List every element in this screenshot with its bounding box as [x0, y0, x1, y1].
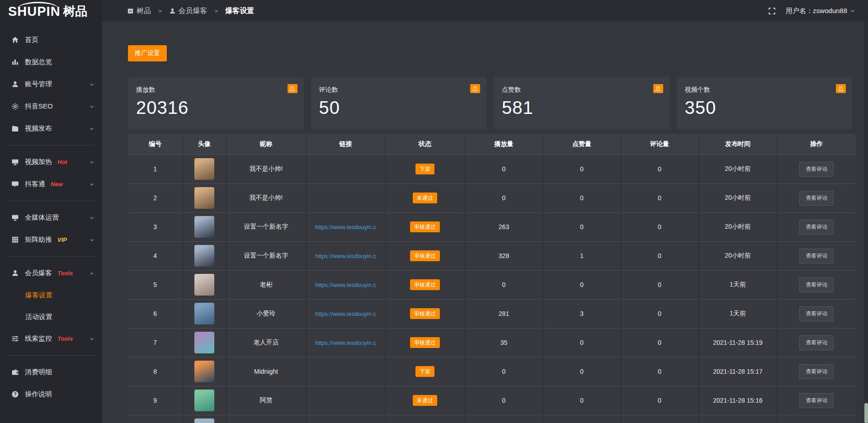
- cell-nickname: 设置一个新名字: [226, 241, 306, 270]
- cell-link: [306, 183, 385, 212]
- cell-avatar: [183, 415, 226, 423]
- sidebar-item-账号管理[interactable]: 账号管理: [0, 73, 102, 95]
- view-comments-button[interactable]: 查看评论: [799, 191, 834, 206]
- breadcrumb-separator: >: [215, 8, 218, 14]
- sidebar-item-视频加热[interactable]: 视频加热Hot: [0, 151, 102, 173]
- video-link[interactable]: https://www.iesdouyin.c: [307, 253, 385, 259]
- sidebar-divider: [6, 145, 95, 146]
- sidebar-item-数据总览[interactable]: 数据总览: [0, 51, 102, 73]
- records-table: 编号头像昵称链接状态播放量点赞量评论量发布时间操作 1我不是小帅!下架00020…: [128, 134, 856, 423]
- video-link[interactable]: https://www.iesdouyin.c: [307, 224, 385, 230]
- sidebar-subitem-爆客设置[interactable]: 爆客设置: [0, 284, 102, 306]
- table-row: [128, 415, 856, 423]
- sidebar-item-抖客通[interactable]: 抖客通New: [0, 173, 102, 195]
- status-badge[interactable]: 审核通过: [410, 250, 440, 261]
- sidebar-item-label: 抖客通: [25, 180, 45, 188]
- sidebar-item-label: 视频发布: [25, 124, 52, 133]
- status-badge[interactable]: 审核通过: [410, 279, 440, 290]
- scrollbar-thumb[interactable]: [864, 403, 868, 423]
- column-header-点赞量: 点赞量: [543, 134, 621, 155]
- cell-avatar: [183, 155, 226, 183]
- cell-likes: 0: [543, 270, 621, 299]
- cell-status: 下架: [385, 357, 465, 386]
- view-comments-button[interactable]: 查看评论: [799, 393, 834, 408]
- status-badge[interactable]: 未通过: [413, 193, 437, 203]
- sidebar-item-矩阵助推[interactable]: 矩阵助推VIP: [0, 229, 102, 251]
- status-badge[interactable]: 审核通过: [410, 221, 440, 232]
- question-icon: ?: [11, 390, 19, 398]
- view-comments-button[interactable]: 查看评论: [799, 306, 834, 321]
- user-icon: [169, 8, 176, 14]
- column-header-播放量: 播放量: [465, 134, 543, 155]
- breadcrumb-label: 会员爆客: [179, 6, 208, 16]
- sidebar-item-会员爆客[interactable]: 会员爆客Tools: [0, 262, 102, 284]
- view-comments-button[interactable]: 查看评论: [799, 277, 834, 292]
- chevron-down-icon: [89, 160, 94, 165]
- status-badge[interactable]: 下架: [415, 164, 434, 174]
- sidebar-item-视频发布[interactable]: 视频发布: [0, 118, 102, 140]
- bar-chart-icon: [11, 58, 19, 66]
- cell-status: 审核通过: [385, 299, 465, 328]
- sidebar-item-操作说明[interactable]: ?操作说明: [0, 383, 102, 405]
- sidebar-item-消费明细[interactable]: 消费明细: [0, 361, 102, 383]
- sidebar-divider: [6, 256, 95, 257]
- status-badge[interactable]: 未通过: [413, 395, 437, 406]
- cell-actions: [777, 415, 856, 423]
- sidebar-item-线索监控[interactable]: 线索监控Tools: [0, 328, 102, 350]
- chevron-up-icon: [89, 271, 94, 276]
- cell-publish-time: 2021-11-28 15:19: [698, 328, 777, 357]
- breadcrumb-item-会员爆客[interactable]: 会员爆客: [169, 6, 208, 16]
- sidebar: SHUPIN 树品 首页数据总览账号管理抖音SEO视频发布视频加热Hot抖客通N…: [0, 0, 102, 423]
- user-menu[interactable]: 用户名：zswodun88: [786, 7, 855, 15]
- cell-publish-time: 2021-11-28 15:17: [698, 357, 777, 386]
- sidebar-item-首页[interactable]: 首页: [0, 29, 102, 51]
- table-row: 9阿慧未通过0002021-11-28 15:16查看评论: [128, 386, 856, 415]
- cell-nickname: [226, 415, 306, 423]
- cell-plays: 35: [465, 328, 543, 357]
- avatar: [194, 216, 214, 238]
- stat-card-label: 评论数: [319, 86, 479, 94]
- sidebar-subitem-活动设置[interactable]: 活动设置: [0, 306, 102, 328]
- app-logo: SHUPIN 树品: [0, 0, 102, 23]
- page-scrollbar[interactable]: [864, 0, 868, 423]
- view-comments-button[interactable]: 查看评论: [799, 249, 834, 263]
- cell-plays: 281: [465, 299, 543, 328]
- view-comments-button[interactable]: 查看评论: [799, 220, 834, 235]
- promo-settings-button[interactable]: 推广设置: [128, 45, 167, 61]
- cell-plays: 328: [465, 241, 543, 270]
- cell-plays: [465, 415, 543, 423]
- video-publish-icon: [11, 125, 19, 132]
- sidebar-item-label: 矩阵助推: [25, 235, 52, 244]
- cell-link: [306, 415, 385, 423]
- table-row: 3设置一个新名字https://www.iesdouyin.c审核通过26300…: [128, 212, 856, 241]
- video-link[interactable]: https://www.iesdouyin.c: [307, 282, 385, 288]
- view-comments-button[interactable]: 查看评论: [799, 335, 834, 350]
- avatar: [194, 245, 214, 267]
- status-badge[interactable]: 审核通过: [410, 337, 440, 348]
- sidebar-item-抖音SEO[interactable]: 抖音SEO: [0, 95, 102, 118]
- status-badge[interactable]: 下架: [415, 366, 434, 377]
- table-row: 8Midnight下架0002021-11-28 15:17查看评论: [128, 357, 856, 386]
- view-comments-button[interactable]: 查看评论: [799, 162, 834, 177]
- fullscreen-icon[interactable]: [768, 7, 776, 15]
- cell-link: https://www.iesdouyin.c: [306, 212, 385, 241]
- video-link[interactable]: https://www.iesdouyin.c: [307, 310, 385, 317]
- cell-publish-time: 2021-11-28 15:16: [698, 386, 777, 415]
- chevron-down-icon: [89, 237, 94, 243]
- avatar: [194, 332, 214, 353]
- status-badge[interactable]: 审核通过: [410, 308, 440, 319]
- cell-avatar: [183, 357, 226, 386]
- view-comments-button[interactable]: 查看评论: [799, 364, 834, 379]
- cell-comments: 0: [621, 183, 698, 212]
- breadcrumb-item-树品[interactable]: 树品: [127, 6, 151, 16]
- video-link[interactable]: https://www.iesdouyin.c: [307, 339, 385, 346]
- sidebar-item-label: 消费明细: [25, 368, 52, 376]
- cell-id: 3: [128, 212, 183, 241]
- cell-actions: 查看评论: [777, 386, 856, 415]
- breadcrumb-item-爆客设置[interactable]: 爆客设置: [225, 6, 254, 16]
- stat-card-value: 350: [685, 98, 844, 118]
- cell-nickname: Midnight: [226, 357, 306, 386]
- main-content: 推广设置 播放数总20316评论数总50点赞数总581视频个数总350 编号头像…: [102, 22, 868, 423]
- sidebar-item-全媒体运营[interactable]: 全媒体运营: [0, 207, 102, 229]
- cell-actions: 查看评论: [777, 212, 856, 241]
